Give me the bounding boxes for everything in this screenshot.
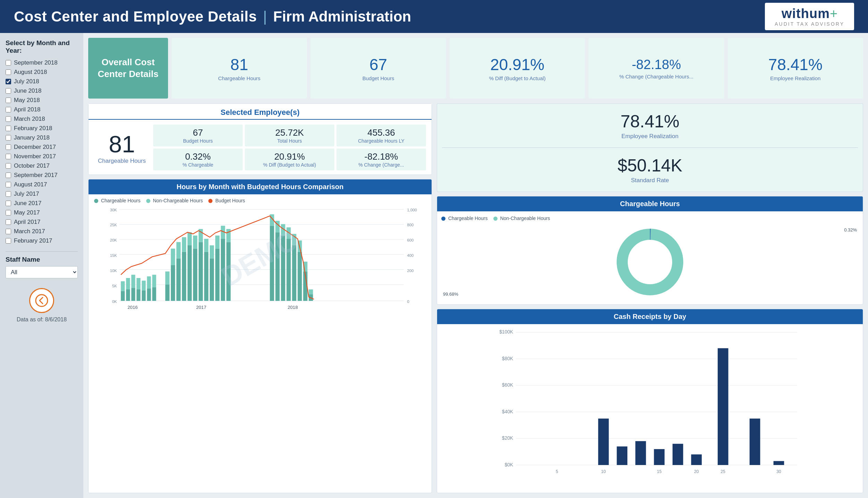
month-checkbox[interactable]	[6, 144, 11, 150]
page-subtitle: Firm Administration	[273, 8, 411, 25]
emp-main-stat: 81 Chargeable Hours	[94, 125, 150, 170]
month-checkbox[interactable]	[6, 201, 11, 206]
month-checkbox-item[interactable]: May 2018	[6, 96, 78, 104]
month-checkbox[interactable]	[6, 60, 11, 66]
back-button[interactable]	[29, 288, 54, 313]
svg-rect-36	[165, 271, 169, 285]
month-checkbox[interactable]	[6, 79, 11, 84]
hours-chart-title: Hours by Month with Budgeted Hours Compa…	[94, 183, 426, 191]
month-checkbox-item[interactable]: June 2018	[6, 87, 78, 95]
month-checkbox[interactable]	[6, 88, 11, 94]
chargeable-legend-label: Chargeable Hours	[101, 198, 141, 203]
cash-chart-body: $100K $80K $60K $40K $20K $0K	[437, 324, 863, 492]
donut-title: Chargeable Hours	[443, 200, 857, 208]
cash-chart-svg: $100K $80K $60K $40K $20K $0K	[441, 328, 859, 488]
svg-rect-39	[176, 259, 181, 301]
month-checkbox[interactable]	[6, 182, 11, 187]
svg-rect-50	[204, 239, 208, 252]
kpi-chargeable-label: Chargeable Hours	[218, 75, 260, 81]
svg-rect-95	[617, 446, 627, 465]
month-checkbox-item[interactable]: April 2017	[6, 218, 78, 226]
svg-rect-69	[298, 252, 302, 301]
kpi-diff-value: 20.91%	[490, 55, 544, 74]
svg-rect-100	[718, 348, 728, 465]
month-checkbox-item[interactable]: September 2017	[6, 171, 78, 179]
month-checkbox[interactable]	[6, 219, 11, 225]
month-checkbox[interactable]	[6, 238, 11, 244]
svg-text:1,000: 1,000	[407, 208, 417, 212]
kpi-row: Overall CostCenter Details 81 Chargeable…	[88, 38, 863, 99]
month-checkbox-item[interactable]: November 2017	[6, 152, 78, 161]
month-checkbox-item[interactable]: June 2017	[6, 199, 78, 208]
month-checkbox-item[interactable]: January 2018	[6, 134, 78, 142]
emp-standard-rate-label: Standard Rate	[631, 177, 669, 184]
emp-stat-cell: 67Budget Hours	[153, 125, 243, 146]
kpi-pct-change: -82.18% % Change (Chargeable Hours...	[589, 38, 724, 99]
logo-tagline: AUDIT TAX ADVISORY	[775, 21, 844, 27]
svg-text:$60K: $60K	[502, 382, 514, 388]
month-checkbox[interactable]	[6, 69, 11, 75]
emp-realization-label: Employee Realization	[621, 133, 678, 140]
svg-rect-55	[221, 239, 225, 301]
month-checkbox-item[interactable]: April 2018	[6, 105, 78, 114]
month-checkbox[interactable]	[6, 154, 11, 159]
month-checkbox-label: January 2018	[14, 134, 50, 141]
employee-panel-header: Selected Employee(s)	[89, 104, 432, 120]
budget-legend-item: Budget Hours	[208, 198, 245, 203]
svg-rect-98	[673, 444, 683, 465]
emp-cell-label: Total Hours	[277, 138, 302, 144]
month-checkbox[interactable]	[6, 172, 11, 178]
svg-rect-40	[176, 242, 181, 259]
svg-text:2018: 2018	[287, 305, 298, 310]
svg-rect-59	[270, 226, 274, 301]
month-checkbox-item[interactable]: August 2018	[6, 68, 78, 76]
hours-chart-header: Hours by Month with Budgeted Hours Compa…	[89, 179, 432, 194]
month-checkbox-item[interactable]: October 2017	[6, 162, 78, 170]
emp-stat-cell: 455.36Chargeable Hours LY	[336, 125, 426, 146]
donut-chargeable-label: Chargeable Hours	[448, 216, 488, 221]
month-checkbox-label: June 2017	[14, 200, 41, 207]
month-checkbox[interactable]	[6, 126, 11, 131]
month-checkbox[interactable]	[6, 229, 11, 234]
svg-rect-23	[126, 289, 130, 301]
month-checkbox-item[interactable]: February 2017	[6, 237, 78, 245]
month-checkbox[interactable]	[6, 98, 11, 103]
emp-cell-value: 25.72K	[275, 127, 304, 138]
svg-point-0	[36, 295, 48, 306]
donut-pct-non-chargeable-label: 99.68%	[443, 292, 458, 297]
month-checkbox-label: August 2018	[14, 69, 47, 76]
month-checkbox-item[interactable]: July 2017	[6, 190, 78, 198]
employee-stats-row: 81 Chargeable Hours 67Budget Hours25.72K…	[89, 120, 432, 170]
month-checkbox[interactable]	[6, 116, 11, 122]
page-title: Cost Center and Employee Details	[14, 8, 257, 25]
emp-standard-rate-value: $50.14K	[618, 155, 682, 176]
svg-text:2017: 2017	[196, 305, 206, 310]
staff-select[interactable]: All	[6, 266, 78, 278]
month-checkbox-label: March 2017	[14, 228, 45, 235]
month-checkbox[interactable]	[6, 163, 11, 169]
back-button-area: Data as of: 8/6/2018	[6, 288, 78, 323]
month-checkbox-item[interactable]: July 2018	[6, 77, 78, 86]
month-checkbox[interactable]	[6, 107, 11, 112]
svg-rect-102	[774, 461, 784, 465]
kpi-main-card: Overall CostCenter Details	[88, 38, 168, 99]
month-checkbox-item[interactable]: March 2018	[6, 115, 78, 123]
month-checkbox-item[interactable]: December 2017	[6, 143, 78, 151]
month-checkbox-item[interactable]: February 2018	[6, 124, 78, 133]
month-checkbox-item[interactable]: March 2017	[6, 227, 78, 236]
month-checkbox-label: May 2017	[14, 209, 40, 216]
emp-cell-label: Budget Hours	[183, 138, 213, 144]
logo: withum + AUDIT TAX ADVISORY	[765, 3, 854, 30]
month-checkbox-item[interactable]: August 2017	[6, 180, 78, 189]
emp-standard-rate-cell: $50.14K Standard Rate	[437, 148, 863, 192]
month-checkbox[interactable]	[6, 210, 11, 216]
content-area: Overall CostCenter Details 81 Chargeable…	[83, 33, 868, 498]
month-checkbox-item[interactable]: May 2017	[6, 209, 78, 217]
sidebar-divider	[6, 251, 78, 252]
month-checkbox[interactable]	[6, 135, 11, 141]
svg-rect-57	[226, 242, 231, 301]
chargeable-legend-item: Chargeable Hours	[94, 198, 141, 203]
non-chargeable-legend-label: Non-Chargeable Hours	[153, 198, 203, 203]
month-checkbox-item[interactable]: September 2018	[6, 59, 78, 67]
month-checkbox[interactable]	[6, 191, 11, 197]
